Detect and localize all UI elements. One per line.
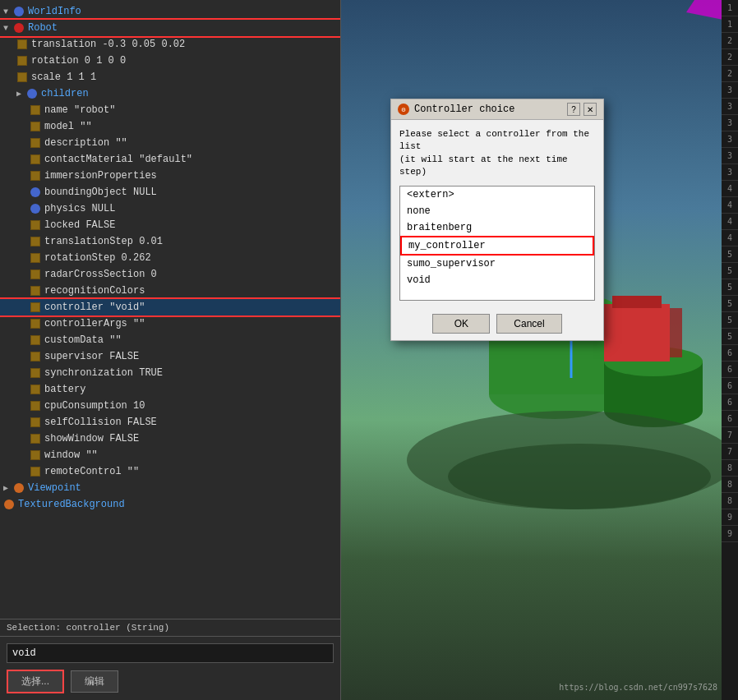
modal-description: Please select a controller from the list… (399, 128, 595, 179)
label-boundingObject: boundingObject NULL (44, 187, 157, 198)
label-model: model "" (44, 121, 92, 132)
modal-close-button[interactable]: ✕ (583, 103, 597, 116)
tree-item-recognitionColors[interactable]: recognitionColors (0, 283, 340, 299)
watermark: https://blog.csdn.net/cn997s7628 (559, 683, 717, 692)
modal-desc-line2: (it will start at the next time step) (399, 154, 568, 177)
label-contactMaterial: contactMaterial "default" (44, 154, 192, 165)
label-worldinfo: WorldInfo (28, 6, 81, 17)
controller-list[interactable]: <extern>nonebraitenbergmy_controllersumo… (399, 186, 595, 301)
modal-dialog: ⚙ Controller choice ? ✕ Please select a … (390, 99, 604, 341)
tree-item-robot[interactable]: ▼ Robot (0, 20, 340, 36)
tree-item-worldinfo[interactable]: ▼ WorldInfo (0, 3, 340, 20)
modal-desc-line1: Please select a controller from the list (399, 129, 589, 151)
icon-viewpoint (13, 482, 25, 494)
icon-radarCrossSection (30, 269, 41, 280)
tree-item-controller[interactable]: controller "void" (0, 299, 340, 315)
icon-texturedBackground (3, 499, 15, 510)
controller-input[interactable] (7, 643, 334, 663)
status-bar: Selection: controller (String) (0, 619, 340, 636)
tree-item-physics[interactable]: physics NULL (0, 200, 340, 217)
icon-physics (30, 203, 41, 214)
label-physics: physics NULL (44, 203, 115, 214)
arrow-viewpoint: ▶ (3, 483, 13, 493)
tree-item-rotation[interactable]: rotation 0 1 0 0 (0, 53, 340, 69)
list-item-my_controller[interactable]: my_controller (400, 236, 594, 256)
tree-item-selfCollision[interactable]: selfCollision FALSE (0, 414, 340, 431)
label-viewpoint: Viewpoint (28, 482, 81, 494)
icon-rotationStep (30, 252, 41, 264)
tree-item-description[interactable]: description "" (0, 135, 340, 151)
label-children: children (41, 88, 89, 99)
icon-children (26, 88, 38, 99)
icon-translationStep (30, 236, 41, 247)
arrow-children: ▶ (16, 89, 26, 99)
label-translationStep: translationStep 0.01 (44, 236, 163, 247)
button-row: 选择... 编辑 (7, 670, 334, 693)
tree-item-viewpoint[interactable]: ▶ Viewpoint (0, 480, 340, 496)
tree-item-window[interactable]: window "" (0, 447, 340, 463)
scene-tree: ▼ WorldInfo ▼ Robot translation -0.3 0.0… (0, 0, 341, 700)
icon-supervisor (30, 351, 41, 362)
modal-cancel-button[interactable]: Cancel (496, 314, 561, 334)
label-controller: controller "void" (44, 302, 145, 313)
tree-item-customData[interactable]: customData "" (0, 332, 340, 348)
label-immersionProperties: immersionProperties (44, 170, 157, 182)
tree-item-texturedBackground[interactable]: TexturedBackground (0, 496, 340, 513)
tree-item-locked[interactable]: locked FALSE (0, 217, 340, 233)
icon-controller (30, 302, 41, 313)
list-item-sumo_supervisor[interactable]: sumo_supervisor (400, 256, 594, 272)
tree-item-cpuConsumption[interactable]: cpuConsumption 10 (0, 398, 340, 414)
label-name: name "robot" (44, 104, 115, 116)
tree-item-model[interactable]: model "" (0, 118, 340, 135)
tree-item-translation[interactable]: translation -0.3 0.05 0.02 (0, 36, 340, 53)
choose-button[interactable]: 选择... (7, 670, 64, 693)
icon-customData (30, 334, 41, 346)
tree-item-radarCrossSection[interactable]: radarCrossSection 0 (0, 266, 340, 283)
icon-window (30, 449, 41, 461)
edit-button[interactable]: 编辑 (71, 670, 118, 693)
label-scale: scale 1 1 1 (31, 71, 96, 83)
tree-item-contactMaterial[interactable]: contactMaterial "default" (0, 151, 340, 168)
list-item-none[interactable]: none (400, 203, 594, 219)
modal-help-button[interactable]: ? (567, 103, 580, 116)
icon-cpuConsumption (30, 400, 41, 412)
label-rotationStep: rotationStep 0.262 (44, 252, 151, 264)
label-remoteControl: remoteControl "" (44, 466, 139, 477)
icon-scale (16, 71, 28, 83)
label-supervisor: supervisor FALSE (44, 351, 139, 362)
list-item-extern[interactable]: <extern> (400, 187, 594, 203)
icon-locked (30, 219, 41, 231)
list-item-braitenberg[interactable]: braitenberg (400, 219, 594, 236)
icon-rotation (16, 55, 28, 67)
tree-item-showWindow[interactable]: showWindow FALSE (0, 431, 340, 447)
label-translation: translation -0.3 0.05 0.02 (31, 39, 185, 50)
label-robot: Robot (28, 22, 58, 34)
icon-selfCollision (30, 417, 41, 428)
list-item-void[interactable]: void (400, 272, 594, 288)
label-customData: customData "" (44, 334, 122, 346)
tree-item-immersionProperties[interactable]: immersionProperties (0, 168, 340, 184)
tree-item-controllerArgs[interactable]: controllerArgs "" (0, 315, 340, 332)
modal-title: ⚙ Controller choice (398, 104, 514, 115)
tree-item-children[interactable]: ▶ children (0, 85, 340, 102)
controller-choice-icon: ⚙ (398, 104, 409, 115)
tree-item-remoteControl[interactable]: remoteControl "" (0, 463, 340, 480)
tree-item-translationStep[interactable]: translationStep 0.01 (0, 233, 340, 250)
arrow-worldinfo: ▼ (3, 7, 13, 16)
modal-ok-button[interactable]: OK (432, 314, 490, 334)
tree-item-supervisor[interactable]: supervisor FALSE (0, 348, 340, 365)
bottom-panel: 选择... 编辑 (0, 636, 340, 700)
tree-item-synchronization[interactable]: synchronization TRUE (0, 365, 340, 381)
tree-item-rotationStep[interactable]: rotationStep 0.262 (0, 250, 340, 266)
icon-contactMaterial (30, 154, 41, 165)
label-radarCrossSection: radarCrossSection 0 (44, 269, 157, 280)
modal-overlay: ⚙ Controller choice ? ✕ Please select a … (341, 0, 738, 700)
label-texturedBackground: TexturedBackground (18, 499, 125, 510)
tree-item-battery[interactable]: battery (0, 381, 340, 398)
icon-worldinfo (13, 6, 25, 17)
tree-item-name[interactable]: name "robot" (0, 102, 340, 118)
label-cpuConsumption: cpuConsumption 10 (44, 400, 145, 412)
tree-content[interactable]: ▼ WorldInfo ▼ Robot translation -0.3 0.0… (0, 0, 340, 619)
tree-item-boundingObject[interactable]: boundingObject NULL (0, 184, 340, 200)
tree-item-scale[interactable]: scale 1 1 1 (0, 69, 340, 85)
